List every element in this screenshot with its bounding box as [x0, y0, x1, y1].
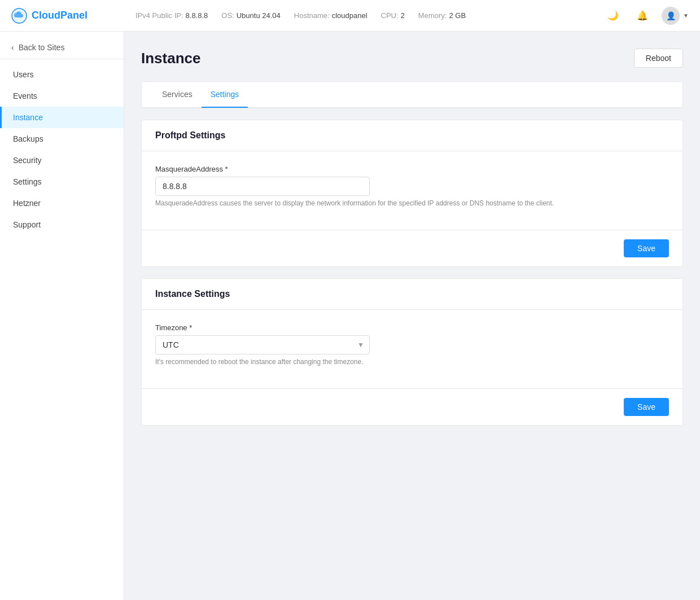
proftpd-card-title: Proftpd Settings — [155, 130, 225, 140]
back-to-sites-label: Back to Sites — [19, 43, 65, 52]
cloudpanel-logo-icon — [11, 8, 27, 24]
tabs-header: Services Settings — [142, 82, 683, 108]
page-title: Instance — [141, 50, 201, 67]
proftpd-card-footer: Save — [142, 230, 683, 266]
memory-value: 2 GB — [449, 11, 466, 20]
sidebar-item-instance[interactable]: Instance — [0, 107, 124, 128]
sidebar-item-hetzner[interactable]: Hetzner — [0, 192, 124, 214]
timezone-label: Timezone * — [155, 323, 669, 332]
sidebar-item-instance-label: Instance — [13, 113, 43, 122]
timezone-select[interactable]: UTC America/New_York America/Los_Angeles… — [155, 335, 370, 354]
tab-settings[interactable]: Settings — [202, 82, 248, 108]
sidebar-item-users[interactable]: Users — [0, 64, 124, 85]
timezone-select-wrapper: UTC America/New_York America/Los_Angeles… — [155, 335, 370, 354]
notifications-button[interactable]: 🔔 — [632, 6, 653, 26]
logo: CloudPanel — [11, 8, 135, 24]
top-header: CloudPanel IPv4 Public IP: 8.8.8.8 OS: U… — [0, 0, 700, 32]
avatar-icon: 👤 — [666, 11, 676, 20]
reboot-button[interactable]: Reboot — [634, 49, 683, 68]
masquerade-help: MasqueradeAddress causes the server to d… — [155, 199, 669, 207]
ipv4-label: IPv4 Public IP: — [135, 11, 183, 20]
hostname-info: Hostname: cloudpanel — [294, 11, 368, 20]
sidebar-item-events[interactable]: Events — [0, 85, 124, 107]
cpu-info: CPU: 2 — [381, 11, 405, 20]
sidebar-item-backups[interactable]: Backups — [0, 128, 124, 150]
sidebar-item-events-label: Events — [13, 91, 37, 100]
back-to-sites-link[interactable]: ‹ Back to Sites — [0, 36, 124, 59]
masquerade-label: MasqueradeAddress * — [155, 165, 669, 173]
main-content: Instance Reboot Services Settings Proftp… — [124, 32, 700, 600]
os-value: Ubuntu 24.04 — [237, 11, 281, 20]
instance-card-footer: Save — [142, 388, 683, 425]
sidebar-item-support[interactable]: Support — [0, 214, 124, 235]
server-info: IPv4 Public IP: 8.8.8.8 OS: Ubuntu 24.04… — [135, 11, 603, 20]
instance-card-title: Instance Settings — [155, 289, 230, 299]
proftpd-settings-card: Proftpd Settings MasqueradeAddress * Mas… — [141, 120, 683, 267]
sidebar-item-users-label: Users — [13, 70, 34, 79]
cpu-label: CPU: — [381, 11, 399, 20]
sidebar: ‹ Back to Sites Users Events Instance Ba… — [0, 32, 124, 600]
proftpd-card-header: Proftpd Settings — [142, 120, 683, 151]
chevron-left-icon: ‹ — [11, 43, 14, 52]
ipv4-info: IPv4 Public IP: 8.8.8.8 — [135, 11, 208, 20]
sidebar-item-security[interactable]: Security — [0, 150, 124, 171]
sidebar-item-settings-label: Settings — [13, 177, 42, 186]
theme-toggle-button[interactable]: 🌙 — [603, 6, 623, 26]
os-label: OS: — [221, 11, 234, 20]
sidebar-item-support-label: Support — [13, 220, 41, 229]
header-actions: 🌙 🔔 👤 ▼ — [603, 6, 689, 26]
sidebar-nav: Users Events Instance Backups Security S… — [0, 64, 124, 235]
timezone-form-group: Timezone * UTC America/New_York America/… — [155, 323, 669, 366]
os-info: OS: Ubuntu 24.04 — [221, 11, 280, 20]
memory-label: Memory: — [418, 11, 447, 20]
sidebar-item-security-label: Security — [13, 156, 42, 165]
logo-text: CloudPanel — [32, 10, 88, 21]
instance-settings-card: Instance Settings Timezone * UTC America… — [141, 278, 683, 426]
tab-services[interactable]: Services — [153, 82, 202, 108]
cpu-value: 2 — [401, 11, 405, 20]
proftpd-card-body: MasqueradeAddress * MasqueradeAddress ca… — [142, 151, 683, 230]
avatar: 👤 — [662, 7, 680, 25]
page-header: Instance Reboot — [141, 49, 683, 68]
user-menu-button[interactable]: 👤 ▼ — [662, 7, 689, 25]
instance-card-header: Instance Settings — [142, 279, 683, 310]
masquerade-input[interactable] — [155, 177, 370, 196]
chevron-down-icon: ▼ — [683, 12, 689, 19]
ipv4-value: 8.8.8.8 — [186, 11, 208, 20]
instance-card-body: Timezone * UTC America/New_York America/… — [142, 310, 683, 388]
hostname-value: cloudpanel — [332, 11, 368, 20]
tabs-container: Services Settings — [141, 81, 683, 108]
moon-icon: 🌙 — [607, 10, 619, 21]
proftpd-save-button[interactable]: Save — [624, 239, 669, 257]
sidebar-item-backups-label: Backups — [13, 134, 43, 143]
sidebar-item-settings[interactable]: Settings — [0, 171, 124, 192]
instance-save-button[interactable]: Save — [624, 398, 669, 416]
memory-info: Memory: 2 GB — [418, 11, 466, 20]
sidebar-item-hetzner-label: Hetzner — [13, 199, 41, 208]
bell-icon: 🔔 — [637, 10, 648, 21]
timezone-help: It's recommended to reboot the instance … — [155, 358, 669, 366]
masquerade-form-group: MasqueradeAddress * MasqueradeAddress ca… — [155, 165, 669, 207]
hostname-label: Hostname: — [294, 11, 330, 20]
